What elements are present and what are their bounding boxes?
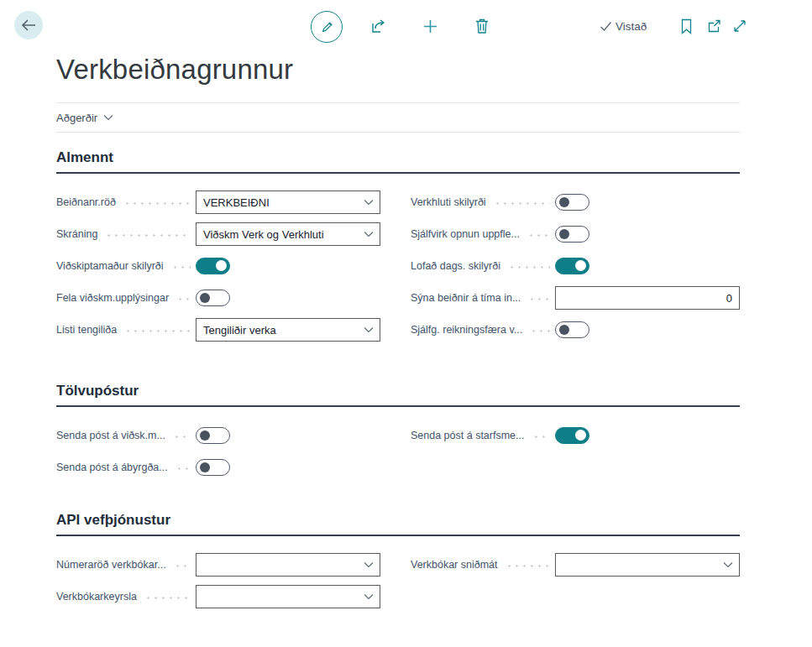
open-in-window-button[interactable] bbox=[706, 18, 723, 34]
select-value: Viðskm Verk og Verkhluti bbox=[203, 228, 324, 241]
save-status-label: Vistað bbox=[616, 20, 647, 33]
field-lofad-dags-skilyrdi: Lofað dags. skilyrði bbox=[411, 250, 740, 282]
dotted-leader bbox=[105, 234, 191, 237]
chevron-down-icon bbox=[364, 199, 374, 206]
numerarod-verkbokar-select[interactable] bbox=[196, 553, 380, 577]
dotted-leader bbox=[123, 202, 191, 205]
senda-post-abyrgda-toggle[interactable] bbox=[196, 459, 230, 476]
expand-button[interactable] bbox=[732, 18, 747, 34]
back-arrow-icon bbox=[21, 19, 36, 31]
field-label: Verkbókar sniðmát bbox=[411, 559, 498, 571]
email-left-column: Senda póst á viðsk.m... Senda póst á áby… bbox=[56, 420, 380, 483]
toggle-knob bbox=[559, 229, 569, 239]
skraning-select[interactable]: Viðskm Verk og Verkhluti bbox=[196, 222, 380, 246]
field-label: Skráning bbox=[56, 228, 97, 240]
new-button[interactable] bbox=[422, 18, 438, 34]
chevron-down-icon bbox=[364, 326, 374, 333]
field-beidnanr-rod: Beiðnanr.röð VERKBEIÐNI bbox=[56, 186, 380, 218]
section-heading-general: Almennt bbox=[56, 149, 740, 174]
toggle-knob bbox=[559, 197, 569, 207]
toggle-knob bbox=[200, 293, 210, 303]
email-right-column: Senda póst á starfsme... bbox=[411, 420, 740, 483]
edit-button[interactable] bbox=[311, 11, 343, 43]
field-label: Senda póst á viðsk.m... bbox=[56, 430, 165, 441]
checkmark-icon bbox=[600, 21, 612, 32]
dotted-leader bbox=[176, 298, 191, 300]
field-verkbokar-snidmat: Verkbókar sniðmát bbox=[411, 549, 740, 581]
select-value: VERKBEIÐNI bbox=[203, 196, 270, 209]
dotted-leader bbox=[494, 202, 550, 205]
page-title: Verkbeiðnagrunnur bbox=[56, 52, 740, 87]
syna-beidnir-input[interactable] bbox=[555, 286, 740, 310]
chevron-down-icon bbox=[364, 593, 374, 600]
dotted-leader bbox=[508, 266, 550, 269]
dotted-leader bbox=[173, 436, 191, 438]
field-verkbokarkeyrsla: Verkbókarkeyrsla bbox=[56, 581, 380, 613]
actions-menu[interactable]: Aðgerðir bbox=[56, 112, 113, 124]
api-left-column: Númeraröð verkbókar... Verkbókarkeyrsla bbox=[56, 549, 380, 613]
field-label: Fela viðskm.upplýsingar bbox=[56, 292, 169, 304]
beidnanr-rod-select[interactable]: VERKBEIÐNI bbox=[196, 190, 380, 214]
field-label: Sýna beiðnir á tíma in... bbox=[411, 292, 521, 304]
lofad-dags-skilyrdi-toggle[interactable] bbox=[555, 258, 589, 274]
delete-button[interactable] bbox=[474, 18, 490, 34]
field-label: Sjálfg. reikningsfæra v... bbox=[411, 324, 522, 336]
verkbokarkeyrsla-select[interactable] bbox=[196, 585, 380, 608]
senda-post-vidskm-toggle[interactable] bbox=[196, 427, 230, 444]
back-button[interactable] bbox=[14, 11, 43, 39]
save-status: Vistað bbox=[600, 20, 647, 33]
field-verkhluti-skilyrdi: Verkhluti skilyrði bbox=[411, 186, 740, 218]
sjalfg-reikningsfaera-toggle[interactable] bbox=[555, 321, 589, 338]
toggle-knob bbox=[200, 462, 210, 472]
edit-pencil-icon bbox=[319, 19, 335, 35]
field-sjalfvirk-opnun: Sjálfvirk opnun uppfle... bbox=[411, 218, 740, 250]
section-heading-api: API vefþjónustur bbox=[56, 512, 740, 536]
field-numerarod-verkbokar: Númeraröð verkbókar... bbox=[56, 549, 380, 581]
dotted-leader bbox=[175, 467, 191, 470]
share-icon bbox=[370, 18, 387, 34]
vidskiptamadur-skilyrdi-toggle[interactable] bbox=[196, 258, 230, 274]
field-label: Senda póst á starfsme... bbox=[411, 430, 525, 441]
toggle-knob bbox=[575, 260, 586, 271]
senda-post-starfsme-toggle[interactable] bbox=[555, 427, 589, 444]
toggle-knob bbox=[575, 430, 586, 441]
share-button[interactable] bbox=[370, 18, 387, 34]
bookmark-icon bbox=[680, 18, 693, 34]
chevron-down-icon bbox=[103, 114, 113, 121]
dotted-leader bbox=[506, 565, 550, 567]
field-listi-tengilida: Listi tengiliða Tengiliðir verka bbox=[56, 314, 380, 346]
expand-icon bbox=[732, 18, 747, 34]
email-field-grid: Senda póst á viðsk.m... Senda póst á áby… bbox=[56, 420, 740, 483]
sjalfvirk-opnun-toggle[interactable] bbox=[555, 226, 589, 243]
dotted-leader bbox=[171, 266, 191, 269]
dotted-leader bbox=[174, 565, 191, 567]
dotted-leader bbox=[527, 234, 550, 237]
general-field-grid: Beiðnanr.röð VERKBEIÐNI Skráning Viðskm … bbox=[56, 186, 740, 346]
dotted-leader bbox=[124, 330, 191, 332]
verkbokar-snidmat-select[interactable] bbox=[555, 553, 740, 577]
actions-menu-label: Aðgerðir bbox=[56, 112, 97, 124]
listi-tengilida-select[interactable]: Tengiliðir verka bbox=[196, 318, 380, 342]
field-fela-vidskm-upplysingar: Fela viðskm.upplýsingar bbox=[56, 282, 380, 314]
select-value: Tengiliðir verka bbox=[203, 324, 276, 337]
field-label: Verkbókarkeyrsla bbox=[56, 591, 137, 603]
field-senda-post-starfsme: Senda póst á starfsme... bbox=[411, 420, 740, 451]
api-right-column: Verkbókar sniðmát bbox=[411, 549, 740, 613]
actions-bar: Aðgerðir bbox=[56, 102, 740, 133]
toggle-knob bbox=[216, 260, 227, 271]
bookmark-button[interactable] bbox=[680, 18, 693, 34]
field-label: Senda póst á ábyrgða... bbox=[56, 462, 168, 473]
chevron-down-icon bbox=[723, 561, 733, 568]
field-sjalfg-reikningsfaera: Sjálfg. reikningsfæra v... bbox=[411, 314, 740, 346]
verkhluti-skilyrdi-toggle[interactable] bbox=[555, 194, 589, 211]
general-right-column: Verkhluti skilyrði Sjálfvirk opnun uppfl… bbox=[411, 186, 740, 346]
dotted-leader bbox=[532, 436, 551, 438]
field-vidskiptamadur-skilyrdi: Viðskiptamaður skilyrði bbox=[56, 250, 380, 282]
chevron-down-icon bbox=[364, 231, 374, 237]
chevron-down-icon bbox=[364, 561, 374, 568]
field-label: Beiðnanr.röð bbox=[56, 196, 116, 208]
general-left-column: Beiðnanr.röð VERKBEIÐNI Skráning Viðskm … bbox=[56, 186, 380, 346]
fela-vidskm-upplysingar-toggle[interactable] bbox=[196, 290, 230, 306]
trash-icon bbox=[474, 18, 490, 34]
field-label: Númeraröð verkbókar... bbox=[56, 559, 166, 571]
